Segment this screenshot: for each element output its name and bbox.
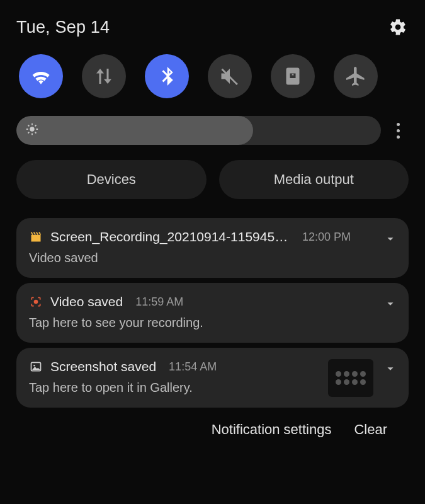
airplane-toggle[interactable] [334, 54, 378, 98]
clear-all-button[interactable]: Clear [354, 421, 387, 438]
wifi-icon [30, 65, 52, 88]
notification-list: Screen_Recording_20210914-115945_On·· 12… [16, 218, 409, 408]
svg-line-7 [28, 132, 29, 134]
svg-line-8 [35, 125, 37, 126]
notification-title: Video saved [50, 294, 123, 309]
gear-icon [388, 18, 407, 37]
brightness-icon [25, 122, 39, 139]
rotation-lock-icon [281, 65, 304, 88]
mobile-data-toggle[interactable] [82, 54, 126, 98]
mute-toggle[interactable] [208, 54, 252, 98]
expand-button[interactable] [381, 294, 400, 313]
chevron-down-icon [383, 362, 397, 375]
svg-point-10 [35, 301, 38, 304]
notification-title: Screen_Recording_20210914-115945_On·· [50, 229, 290, 244]
brightness-slider[interactable] [16, 116, 381, 145]
svg-point-0 [30, 127, 34, 131]
notification-item[interactable]: Screen_Recording_20210914-115945_On·· 12… [16, 218, 409, 278]
svg-rect-9 [31, 235, 41, 242]
notification-time: 11:59 AM [135, 295, 183, 309]
expand-button[interactable] [381, 229, 400, 248]
rotation-lock-toggle[interactable] [271, 54, 315, 98]
notification-item[interactable]: Screenshot saved 11:54 AM Tap here to op… [16, 348, 409, 408]
chevron-down-icon [383, 297, 397, 311]
notification-title: Screenshot saved [50, 359, 156, 374]
notification-time: 12:00 PM [302, 231, 351, 244]
data-arrows-icon [93, 65, 115, 88]
clapperboard-icon [29, 230, 43, 244]
devices-button[interactable]: Devices [16, 160, 207, 199]
more-vertical-icon [397, 123, 400, 139]
bluetooth-icon [156, 65, 178, 88]
notification-body: Video saved [29, 251, 396, 265]
svg-point-12 [33, 365, 35, 367]
svg-line-6 [35, 132, 37, 134]
svg-line-5 [28, 125, 29, 126]
bluetooth-toggle[interactable] [145, 54, 189, 98]
date-label: Tue, Sep 14 [16, 18, 110, 37]
mute-icon [218, 65, 241, 88]
brightness-fill [16, 116, 253, 145]
screenshot-thumbnail[interactable] [328, 359, 373, 397]
image-icon [29, 360, 43, 374]
chevron-down-icon [383, 232, 397, 246]
media-output-button[interactable]: Media output [219, 160, 409, 199]
notification-time: 11:54 AM [169, 360, 217, 374]
settings-button[interactable] [387, 16, 409, 38]
expand-button[interactable] [381, 359, 400, 378]
record-icon [29, 295, 43, 309]
airplane-icon [344, 65, 367, 88]
notification-settings-link[interactable]: Notification settings [212, 421, 332, 438]
notification-body: Tap here to see your recording. [29, 316, 396, 330]
notification-item[interactable]: Video saved 11:59 AM Tap here to see you… [16, 283, 409, 343]
wifi-toggle[interactable] [19, 54, 63, 98]
brightness-more-button[interactable] [387, 120, 409, 141]
quick-settings-row [16, 54, 409, 98]
